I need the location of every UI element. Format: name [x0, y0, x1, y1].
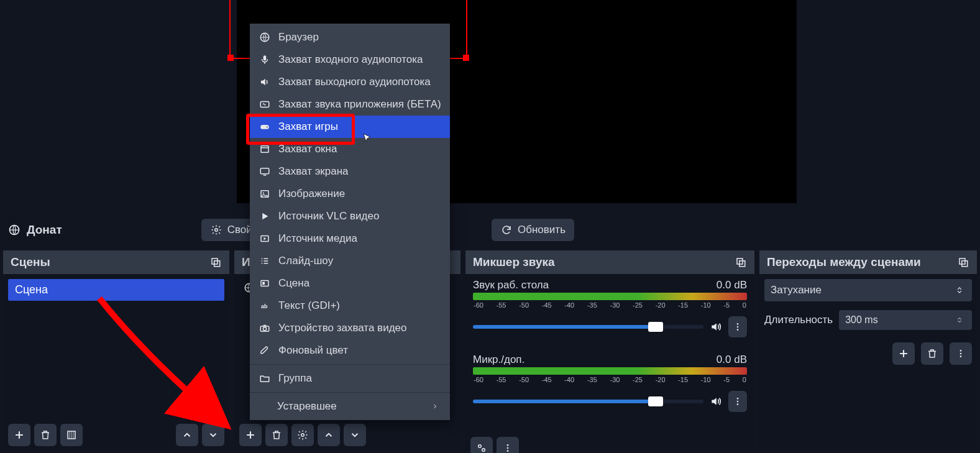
context-item-play[interactable]: Источник VLC видео: [250, 205, 450, 227]
transitions-body: Затухание Длительность 300 ms: [759, 274, 977, 450]
duration-spinner[interactable]: 300 ms: [839, 310, 972, 330]
scenes-body[interactable]: Сцена: [3, 274, 229, 420]
transition-menu-button[interactable]: [950, 342, 972, 365]
popout-icon[interactable]: [209, 256, 222, 268]
window-icon: [259, 143, 271, 155]
scene-up-button[interactable]: [176, 424, 198, 446]
svg-rect-26: [263, 55, 267, 60]
add-scene-button[interactable]: [8, 424, 30, 446]
transition-select[interactable]: Затухание: [764, 279, 972, 301]
svg-point-11: [737, 329, 739, 331]
context-item-gamepad[interactable]: Захват игры: [250, 116, 450, 138]
media-icon: [259, 232, 271, 245]
globe-icon: [8, 224, 21, 236]
transitions-panel: Переходы между сценами Затухание Длитель…: [759, 250, 977, 450]
channel-db: 0.0 dB: [717, 354, 747, 366]
transition-selected: Затухание: [771, 284, 822, 296]
delete-transition-button[interactable]: [921, 342, 943, 365]
svg-rect-28: [260, 125, 269, 129]
delete-scene-button[interactable]: [34, 424, 57, 446]
context-item-scene[interactable]: Сцена: [250, 272, 450, 295]
mixer-footer: [465, 433, 754, 453]
context-separator: [250, 364, 450, 365]
context-item-screen[interactable]: Захват экрана: [250, 160, 450, 183]
slides-icon: [259, 255, 271, 267]
context-item-globe[interactable]: Браузер: [250, 26, 450, 48]
source-down-button[interactable]: [344, 424, 366, 446]
channel-name: Микр./доп.: [473, 354, 524, 366]
scenes-panel: Сцены Сцена: [3, 250, 229, 450]
scene-item[interactable]: Сцена: [8, 279, 224, 301]
scene-filters-button[interactable]: [60, 424, 83, 446]
svg-point-33: [263, 192, 264, 193]
context-item-deprecated[interactable]: Устаревшее: [250, 395, 450, 418]
svg-point-19: [507, 450, 509, 452]
add-source-button[interactable]: [239, 424, 262, 446]
scene-down-button[interactable]: [202, 424, 224, 446]
source-properties-button[interactable]: [291, 424, 314, 446]
svg-rect-30: [261, 146, 268, 153]
context-item-media[interactable]: Источник медиа: [250, 227, 450, 250]
mic-icon: [259, 53, 271, 66]
context-item-label: Захват экрана: [278, 165, 349, 178]
volume-slider[interactable]: [473, 400, 703, 403]
transitions-header: Переходы между сценами: [759, 250, 977, 274]
resize-handle[interactable]: [227, 55, 234, 61]
delete-source-button[interactable]: [265, 424, 288, 446]
folder-icon: [259, 372, 271, 385]
channel-menu-button[interactable]: [728, 391, 747, 412]
svg-text:ab: ab: [261, 303, 268, 309]
context-item-slides[interactable]: Слайд-шоу: [250, 250, 450, 272]
mixer-channel-mic: Микр./доп. 0.0 dB -60-55-50-45-40-35-30-…: [470, 354, 749, 412]
svg-rect-27: [260, 102, 269, 108]
speaker-icon: [259, 76, 271, 88]
scenes-title: Сцены: [11, 255, 50, 269]
globe-icon: [259, 31, 271, 43]
popout-icon[interactable]: [735, 256, 747, 268]
context-item-image[interactable]: Изображение: [250, 183, 450, 205]
svg-point-15: [479, 445, 482, 448]
resize-handle[interactable]: [463, 55, 469, 61]
svg-point-1: [214, 229, 218, 232]
mixer-body: Звук раб. стола 0.0 dB -60-55-50-45-40-3…: [465, 274, 754, 433]
sources-title: И: [242, 255, 250, 269]
svg-point-29: [267, 126, 268, 127]
speaker-icon[interactable]: [710, 395, 722, 408]
context-item-mic[interactable]: Захват входного аудиопотока: [250, 48, 450, 71]
popout-icon[interactable]: [957, 256, 969, 268]
context-item-label: Источник медиа: [278, 232, 357, 245]
context-item-label: Текст (GDI+): [278, 300, 340, 312]
refresh-button[interactable]: Обновить: [492, 219, 574, 241]
svg-point-39: [263, 327, 266, 331]
svg-point-23: [960, 353, 962, 355]
channel-menu-button[interactable]: [728, 316, 747, 337]
volume-slider[interactable]: [473, 325, 703, 329]
audio-meter: [473, 293, 747, 300]
scene-icon: [259, 277, 271, 290]
gear-icon: [210, 224, 222, 236]
context-item-camera[interactable]: Устройство захвата видео: [250, 317, 450, 339]
context-item-window[interactable]: Захват окна: [250, 138, 450, 160]
panels-row: Сцены Сцена И: [3, 250, 977, 450]
channel-name: Звук раб. стола: [473, 279, 549, 291]
context-item-text[interactable]: abТекст (GDI+): [250, 295, 450, 317]
svg-point-9: [737, 323, 739, 325]
context-item-label: Захват окна: [278, 143, 337, 155]
add-transition-button[interactable]: [892, 342, 915, 365]
scenes-footer: [3, 420, 229, 450]
context-item-speaker[interactable]: Захват выходного аудиопотока: [250, 71, 450, 93]
speaker-icon[interactable]: [710, 321, 722, 333]
transitions-title: Переходы между сценами: [767, 255, 921, 269]
image-icon: [259, 188, 271, 200]
mixer-settings-button[interactable]: [470, 437, 493, 453]
context-item-app-audio[interactable]: Захват звука приложения (БЕТА): [250, 93, 450, 116]
context-item-brush[interactable]: Фоновый цвет: [250, 339, 450, 362]
source-up-button[interactable]: [318, 424, 340, 446]
context-item-label: Захват звука приложения (БЕТА): [278, 98, 441, 111]
mixer-title: Микшер звука: [473, 255, 555, 269]
sources-footer: [234, 420, 460, 450]
context-item-group[interactable]: Группа: [250, 367, 450, 390]
mixer-menu-button[interactable]: [497, 437, 519, 453]
play-icon: [259, 210, 271, 222]
context-item-label: Захват выходного аудиопотока: [278, 76, 431, 88]
